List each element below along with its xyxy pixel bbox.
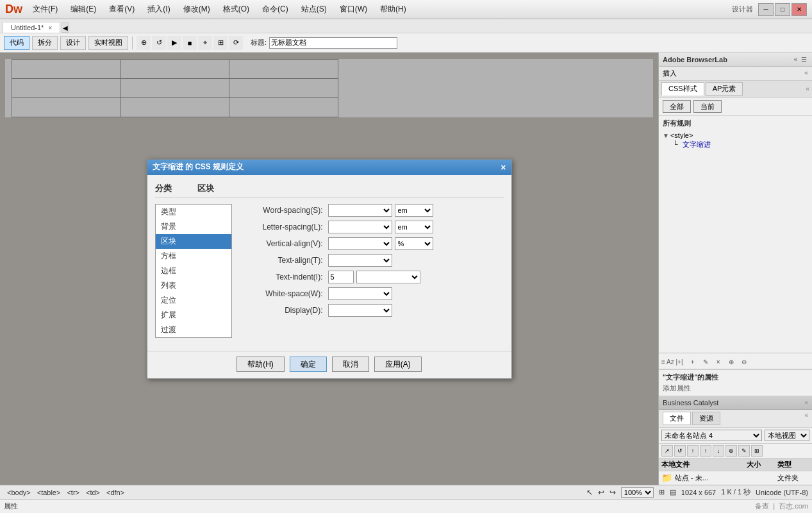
letter-spacing-value-select[interactable]	[328, 221, 392, 233]
code-view-button[interactable]: 代码	[4, 36, 29, 50]
text-indent-input[interactable]	[328, 271, 354, 283]
dialog-close-button[interactable]: ×	[501, 162, 506, 172]
category-type[interactable]: 类型	[156, 205, 231, 219]
bc-tool-5[interactable]: ↓	[713, 445, 724, 457]
menu-help[interactable]: 帮助(H)	[375, 3, 411, 16]
undo-icon[interactable]: ↩	[598, 488, 604, 497]
bc-tool-8[interactable]: ⊞	[751, 445, 763, 457]
maximize-button[interactable]: □	[775, 3, 790, 16]
stop-icon[interactable]: ■	[183, 36, 197, 50]
category-list: 类型 背景 区块 方框 边框 列表 定位 扩展 过渡	[155, 204, 232, 338]
breadcrumb-tr[interactable]: <tr>	[63, 488, 83, 497]
letter-spacing-unit-select[interactable]: em	[395, 221, 433, 233]
category-box[interactable]: 方框	[156, 249, 231, 264]
tree-toggle[interactable]: ▼	[663, 132, 669, 139]
collapse-panel-button[interactable]: ◀	[62, 22, 69, 33]
all-current-bar: 全部 当前	[659, 97, 812, 116]
panel-collapse-button[interactable]: «	[792, 56, 799, 63]
cancel-button[interactable]: 取消	[332, 357, 369, 372]
page-title-input[interactable]	[269, 37, 397, 49]
vertical-align-value-select[interactable]	[328, 237, 392, 250]
bc-panel-collapse[interactable]: «	[804, 399, 808, 406]
refresh2-icon[interactable]: ⟳	[229, 36, 243, 50]
menu-file[interactable]: 文件(F)	[28, 3, 63, 16]
close-button[interactable]: ✕	[791, 3, 807, 16]
category-position[interactable]: 定位	[156, 293, 231, 308]
view-options-icon[interactable]: ⊞	[213, 36, 228, 50]
bc-site-select[interactable]: 未命名名站点 4	[661, 430, 762, 441]
all-rules-title: 所有规则	[663, 119, 808, 128]
bc-file-tab[interactable]: 文件	[663, 412, 691, 425]
category-transition[interactable]: 过渡	[156, 323, 231, 337]
title-label: 标题:	[251, 38, 267, 47]
menu-window[interactable]: 窗口(W)	[335, 3, 372, 16]
css-style-tab[interactable]: CSS样式	[661, 82, 704, 96]
delete-style-button[interactable]: ×	[713, 356, 724, 367]
breadcrumb-table[interactable]: <table>	[34, 488, 64, 497]
category-extensions[interactable]: 扩展	[156, 308, 231, 323]
vertical-align-unit-select[interactable]: %	[395, 237, 433, 250]
current-rule-button[interactable]: 当前	[693, 100, 722, 113]
menu-site[interactable]: 站点(S)	[296, 3, 332, 16]
bc-resource-tab[interactable]: 资源	[692, 412, 720, 425]
minimize-button[interactable]: ─	[758, 3, 774, 16]
new-css-rule-button[interactable]: +	[687, 356, 699, 367]
edit-style-button[interactable]: ✎	[700, 356, 711, 367]
browserlab-panel-header: Adobe BrowserLab « ☰	[659, 53, 812, 67]
menu-modify[interactable]: 修改(M)	[178, 3, 215, 16]
category-border[interactable]: 边框	[156, 264, 231, 278]
style-tree-item[interactable]: ▼ <style>	[663, 131, 808, 140]
text-indent-rule[interactable]: 文字缩进	[683, 140, 711, 148]
breadcrumb-dfn[interactable]: <dfn>	[103, 488, 128, 497]
debug-icon[interactable]: ▶	[167, 36, 181, 50]
help-button[interactable]: 帮助(H)	[236, 357, 285, 372]
breadcrumb-td[interactable]: <td>	[83, 488, 103, 497]
bc-file-row[interactable]: 📁 站点 - 未... 文件夹	[659, 471, 812, 485]
add-property-button[interactable]: 添加属性	[663, 383, 808, 393]
css-panel-collapse[interactable]: «	[806, 85, 809, 92]
bc-tool-7[interactable]: ✎	[738, 445, 750, 457]
attach-style-button[interactable]: ⊕	[725, 356, 737, 367]
menu-format[interactable]: 格式(O)	[218, 3, 254, 16]
bc-tool-2[interactable]: ↺	[674, 445, 686, 457]
display-select[interactable]	[328, 304, 392, 317]
bc-tool-4[interactable]: ↑	[700, 445, 711, 457]
browser-preview-icon[interactable]: ⊕	[137, 36, 151, 50]
ap-elements-tab[interactable]: AP元素	[706, 82, 743, 96]
white-space-select[interactable]	[328, 287, 392, 300]
redo-icon[interactable]: ↪	[609, 488, 616, 497]
panel-menu-button[interactable]: ☰	[800, 56, 808, 63]
menu-edit[interactable]: 编辑(E)	[65, 3, 101, 16]
detach-style-button[interactable]: ⊖	[738, 356, 750, 367]
bc-tool-1[interactable]: ↗	[661, 445, 673, 457]
text-align-select[interactable]	[328, 254, 392, 267]
apply-button[interactable]: 应用(A)	[374, 357, 422, 372]
category-list[interactable]: 列表	[156, 278, 231, 293]
insert-panel-arrow[interactable]: «	[804, 69, 808, 78]
word-spacing-unit-select[interactable]: em	[395, 204, 433, 217]
menu-command[interactable]: 命令(C)	[257, 3, 294, 16]
bc-view-select[interactable]: 本地视图	[765, 430, 809, 441]
menu-insert[interactable]: 插入(I)	[142, 3, 175, 16]
bc-tabs-collapse[interactable]: «	[804, 412, 808, 425]
split-view-button[interactable]: 拆分	[32, 36, 58, 50]
live-view-button[interactable]: 实时视图	[88, 36, 128, 50]
designer-mode-label: 设计器	[732, 4, 753, 14]
design-view-button[interactable]: 设计	[60, 36, 86, 50]
document-tab[interactable]: Untitled-1* ×	[3, 22, 60, 33]
zoom-icon[interactable]: ⌖	[198, 36, 212, 50]
menu-view[interactable]: 查看(V)	[104, 3, 140, 16]
bc-tool-3[interactable]: ↑	[687, 445, 699, 457]
category-background[interactable]: 背景	[156, 219, 231, 234]
word-spacing-value-select[interactable]	[328, 204, 392, 217]
bc-tool-6[interactable]: ⊕	[725, 445, 737, 457]
breadcrumb-body[interactable]: <body>	[4, 488, 34, 497]
all-rules-button[interactable]: 全部	[663, 100, 691, 113]
bc-tabs: 文件 资源 «	[659, 410, 812, 428]
text-indent-unit-select[interactable]	[356, 271, 420, 283]
refresh-icon[interactable]: ↺	[152, 36, 166, 50]
category-block[interactable]: 区块	[156, 234, 231, 249]
zoom-select[interactable]: 100%	[621, 487, 654, 498]
tab-close-button[interactable]: ×	[48, 24, 52, 31]
ok-button[interactable]: 确定	[290, 357, 327, 372]
